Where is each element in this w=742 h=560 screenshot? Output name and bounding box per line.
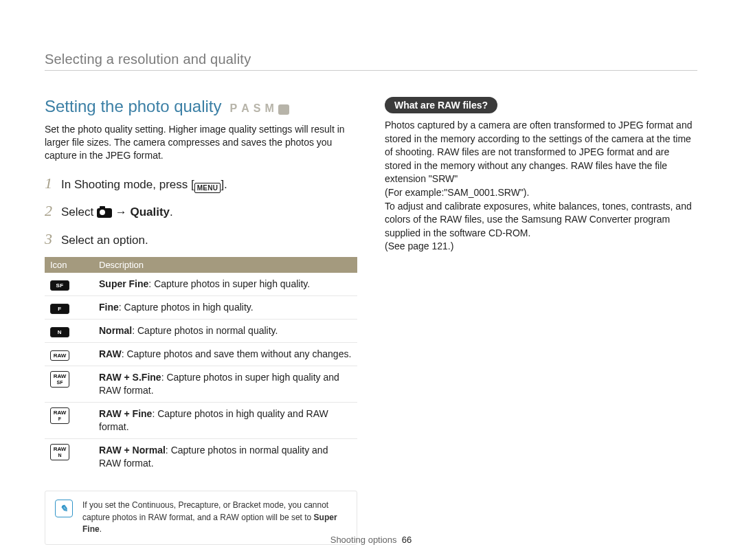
step-1-text-b: ]. xyxy=(221,178,227,191)
step-2-bold: Quality xyxy=(130,205,170,219)
quality-description: Super Fine: Capture photos in super high… xyxy=(93,273,357,296)
mode-s: S xyxy=(254,102,265,115)
quality-options-table: Icon Description SFSuper Fine: Capture p… xyxy=(45,257,357,474)
raw-files-body: Photos captured by a camera are often tr… xyxy=(385,119,697,254)
note-icon: ✎ xyxy=(55,500,73,517)
table-row: NNormal: Capture photos in normal qualit… xyxy=(45,320,357,343)
section-title: Setting the photo quality xyxy=(45,97,222,116)
steps-list: 1 In Shooting mode, press [MENU]. 2 Sele… xyxy=(45,173,357,250)
mode-a: A xyxy=(241,102,254,115)
menu-button-icon: MENU xyxy=(194,183,221,193)
footer-page-number: 66 xyxy=(402,535,412,545)
table-header-description: Description xyxy=(93,257,357,273)
step-3-text: Select an option. xyxy=(61,232,148,249)
quality-icon: F xyxy=(50,304,69,314)
table-row: RAWRAW: Capture photos and save them wit… xyxy=(45,343,357,366)
left-column: Setting the photo quality P A S M Set th… xyxy=(45,97,357,545)
quality-icon: RAWSF xyxy=(50,371,69,388)
table-row: RAWNRAW + Normal: Capture photos in norm… xyxy=(45,438,357,474)
arrow-icon: → xyxy=(112,205,130,219)
quality-description: Fine: Capture photos in high quality. xyxy=(93,296,357,320)
quality-description: RAW + S.Fine: Capture photos in super hi… xyxy=(93,366,357,403)
step-2-text-b: . xyxy=(170,205,173,219)
quality-icon: SF xyxy=(50,280,69,291)
table-row: RAWSFRAW + S.Fine: Capture photos in sup… xyxy=(45,366,357,403)
quality-icon: RAW xyxy=(50,350,69,361)
mode-p: P xyxy=(230,102,242,115)
table-row: FFine: Capture photos in high quality. xyxy=(45,296,357,320)
quality-icon: N xyxy=(50,327,69,337)
quality-icon: RAWF xyxy=(50,407,69,424)
quality-description: RAW: Capture photos and save them withou… xyxy=(93,343,357,366)
step-2-text-a: Select xyxy=(61,205,97,219)
right-column: What are RAW files? Photos captured by a… xyxy=(385,97,697,545)
quality-icon: RAWN xyxy=(50,444,69,460)
mode-dial-letters: P A S M xyxy=(230,102,289,115)
page-footer: Shooting options 66 xyxy=(0,535,742,545)
step-1: 1 In Shooting mode, press [MENU]. xyxy=(45,173,357,194)
table-row: SFSuper Fine: Capture photos in super hi… xyxy=(45,273,357,296)
mode-set-icon xyxy=(278,104,289,115)
step-2: 2 Select → Quality. xyxy=(45,201,357,222)
table-row: RAWFRAW + Fine: Capture photos in high q… xyxy=(45,402,357,438)
note-text: If you set the Continuous, Precapture, o… xyxy=(82,500,347,535)
footer-section: Shooting options xyxy=(330,535,397,545)
step-1-text-a: In Shooting mode, press [ xyxy=(61,178,194,191)
raw-files-heading: What are RAW files? xyxy=(385,97,497,113)
quality-description: RAW + Normal: Capture photos in normal q… xyxy=(93,438,357,474)
table-header-icon: Icon xyxy=(45,257,93,273)
intro-paragraph: Set the photo quality setting. Higher im… xyxy=(45,123,357,162)
breadcrumb: Selecting a resolution and quality xyxy=(45,52,697,71)
step-3: 3 Select an option. xyxy=(45,229,357,250)
camera-icon xyxy=(97,208,112,218)
mode-m: M xyxy=(265,102,278,115)
quality-description: RAW + Fine: Capture photos in high quali… xyxy=(93,402,357,438)
quality-description: Normal: Capture photos in normal quality… xyxy=(93,320,357,343)
